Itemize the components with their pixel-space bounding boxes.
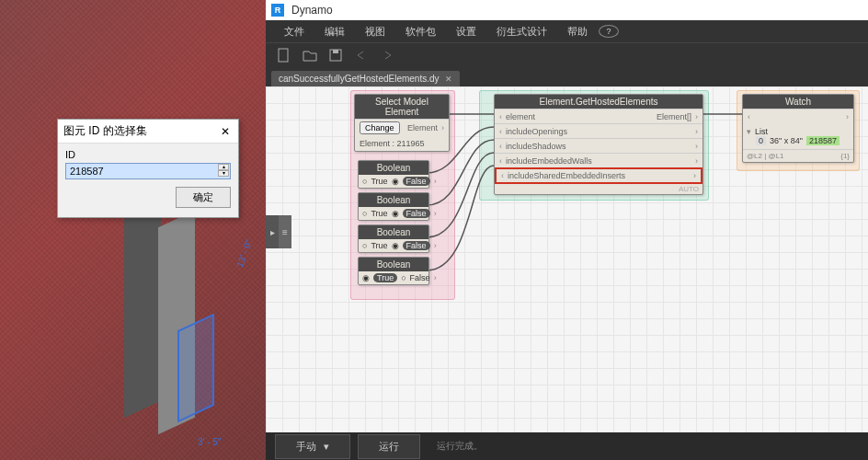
svg-rect-2 <box>333 50 338 53</box>
run-status: 运行完成。 <box>437 440 483 453</box>
run-button[interactable]: 运行 <box>358 434 420 459</box>
revit-3d-view: 13' - 0" 3' - 5" <box>0 0 266 460</box>
new-file-icon[interactable] <box>277 48 291 63</box>
watch-index: 0 <box>756 136 766 145</box>
wall-element[interactable] <box>124 194 161 419</box>
dynamo-app-title: Dynamo <box>291 4 333 17</box>
node-title: Boolean <box>359 161 428 175</box>
radio-false[interactable]: False <box>403 209 430 218</box>
id-selection-dialog: 图元 ID 的选择集 ✕ ID ▴▾ 确定 <box>57 119 239 218</box>
dimension-width: 3' - 5" <box>198 437 221 447</box>
watch-list-row: ▾List <box>747 127 850 136</box>
redo-icon[interactable] <box>380 48 394 63</box>
dynamo-logo-icon: R <box>271 4 284 17</box>
watch-list-label: List <box>755 127 768 136</box>
tab-close-icon[interactable]: ✕ <box>445 75 452 84</box>
dynamo-window: R Dynamo 文件 编辑 视图 软件包 设置 衍生式设计 帮助 ? canS… <box>266 0 868 460</box>
panel-collapse-icon[interactable]: ≡ <box>279 215 291 248</box>
watch-item[interactable]: 0 36" x 84" 218587 <box>747 136 850 145</box>
open-file-icon[interactable] <box>303 48 317 63</box>
node-boolean-4[interactable]: Boolean ◉True ○False› <box>358 257 429 285</box>
file-tab[interactable]: canSuccessfullyGetHostedElements.dy ✕ <box>271 71 460 86</box>
watch-count: {1} <box>840 152 850 160</box>
svg-rect-0 <box>279 49 288 62</box>
help-icon[interactable]: ? <box>599 25 619 38</box>
change-button[interactable]: Change <box>360 121 400 134</box>
chevron-down-icon: ▾ <box>324 441 329 453</box>
node-get-hosted-elements[interactable]: Element.GetHostedElements ‹elementElemen… <box>494 94 703 195</box>
lacing-label: AUTO <box>495 184 702 194</box>
close-icon[interactable]: ✕ <box>218 124 233 139</box>
dynamo-toolbar <box>266 42 868 66</box>
dynamo-titlebar: R Dynamo <box>266 0 868 20</box>
radio-true[interactable]: True <box>371 241 387 250</box>
radio-true[interactable]: True <box>371 177 387 186</box>
node-watch[interactable]: Watch ‹› ▾List 0 36" x 84" 218587 @L2 | … <box>742 94 854 163</box>
radio-false[interactable]: False <box>403 177 430 186</box>
menu-help[interactable]: 帮助 <box>558 25 597 39</box>
run-mode-label: 手动 <box>296 440 316 454</box>
node-boolean-3[interactable]: Boolean ○True ◉False› <box>358 224 429 253</box>
input-element[interactable]: element <box>506 112 535 121</box>
watch-item-id: 218587 <box>806 136 839 145</box>
output-port-element[interactable]: Element <box>407 123 438 132</box>
ok-button[interactable]: 确定 <box>176 187 231 208</box>
node-boolean-1[interactable]: Boolean ○True ◉False› <box>358 160 429 189</box>
save-icon[interactable] <box>328 48 343 63</box>
input-openings[interactable]: includeOpenings <box>506 127 567 136</box>
node-title: Select Model Element <box>355 95 449 119</box>
node-title: Boolean <box>359 225 428 239</box>
door-element[interactable] <box>177 314 214 423</box>
menu-generative[interactable]: 衍生式设计 <box>487 25 556 39</box>
dynamo-menu: 文件 编辑 视图 软件包 设置 衍生式设计 帮助 ? <box>266 20 868 42</box>
radio-true[interactable]: True <box>371 209 387 218</box>
input-shadows[interactable]: includeShadows <box>506 142 566 151</box>
node-boolean-2[interactable]: Boolean ○True ◉False› <box>358 192 429 221</box>
input-shared-embedded[interactable]: includeSharedEmbeddedInserts <box>508 171 625 180</box>
dynamo-footer: 手动 ▾ 运行 运行完成。 <box>266 432 868 460</box>
menu-file[interactable]: 文件 <box>275 25 314 39</box>
menu-edit[interactable]: 编辑 <box>315 25 354 39</box>
watch-item-label: 36" x 84" <box>770 136 803 145</box>
node-title: Element.GetHostedElements <box>495 95 702 109</box>
spinner-icon[interactable]: ▴▾ <box>218 164 229 177</box>
node-title: Watch <box>743 95 853 109</box>
dimension-height: 13' - 0" <box>234 238 254 269</box>
undo-icon[interactable] <box>354 48 369 63</box>
watch-levels[interactable]: @L2 | @L1 <box>747 152 784 160</box>
menu-settings[interactable]: 设置 <box>447 25 485 39</box>
menu-packages[interactable]: 软件包 <box>396 25 445 39</box>
run-mode-dropdown[interactable]: 手动 ▾ <box>275 434 350 459</box>
node-select-model-element[interactable]: Select Model Element Change Element › El… <box>354 94 450 152</box>
id-input[interactable] <box>65 163 231 179</box>
id-label: ID <box>65 149 231 160</box>
library-collapse-icon[interactable]: ▸ <box>266 215 279 248</box>
output-elements[interactable]: Element[] <box>657 112 691 121</box>
selected-element-value: Element : 211965 <box>355 136 449 151</box>
input-embedded-walls[interactable]: includeEmbeddedWalls <box>506 156 592 166</box>
dialog-title-text: 图元 ID 的选择集 <box>63 123 147 139</box>
radio-false[interactable]: False <box>403 241 430 250</box>
dynamo-tabbar: canSuccessfullyGetHostedElements.dy ✕ <box>266 66 868 86</box>
dynamo-canvas[interactable]: ▸ ≡ Select Model Element Change Element … <box>266 86 868 432</box>
menu-view[interactable]: 视图 <box>356 25 394 39</box>
tab-label: canSuccessfullyGetHostedElements.dy <box>279 74 440 84</box>
node-title: Boolean <box>359 193 428 207</box>
node-title: Boolean <box>359 258 428 271</box>
radio-false[interactable]: False <box>410 273 430 282</box>
radio-true[interactable]: True <box>373 273 397 282</box>
